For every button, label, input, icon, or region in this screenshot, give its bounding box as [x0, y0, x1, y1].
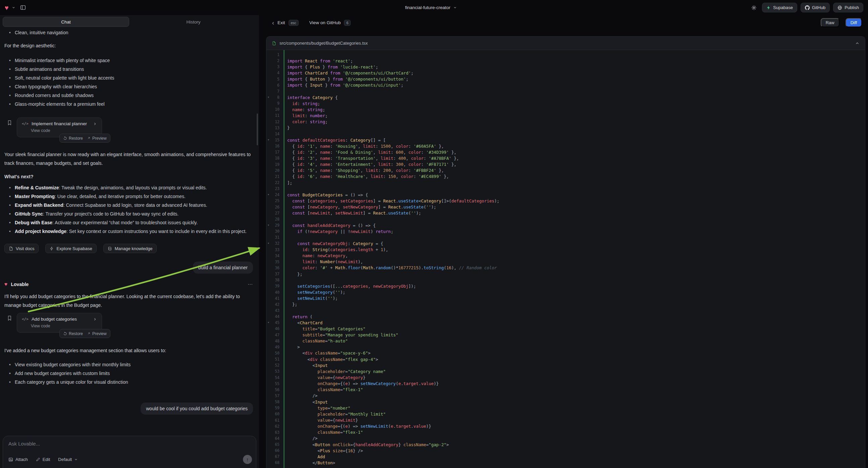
- view-on-github-link[interactable]: View on GitHub: [309, 20, 341, 25]
- preview-button[interactable]: Preview: [87, 331, 107, 336]
- restore-button[interactable]: Restore: [63, 136, 83, 141]
- code-text: <div className="flex gap-4">: [279, 357, 378, 362]
- code-line: 68 </Button>: [267, 460, 865, 466]
- manage-knowledge-button[interactable]: Manage knowledge: [103, 244, 157, 253]
- edit-card-implement-planner[interactable]: </> Implement financial planner View cod…: [17, 117, 102, 137]
- panel-toggle-icon[interactable]: [19, 3, 28, 12]
- code-line: 46 title="Budget Categories": [267, 326, 865, 332]
- line-number: 23: [271, 186, 279, 191]
- diff-toggle-button[interactable]: Diff: [845, 18, 862, 27]
- raw-toggle-button[interactable]: Raw: [821, 18, 839, 27]
- preview-button[interactable]: Preview: [87, 136, 107, 141]
- line-number: 33: [271, 247, 279, 252]
- tab-history[interactable]: History: [130, 17, 256, 27]
- code-line: 40 setNewCategory('');: [267, 289, 865, 295]
- github-icon: [805, 5, 810, 10]
- line-number: 64: [271, 436, 279, 441]
- tab-chat[interactable]: Chat: [3, 17, 129, 27]
- edit-mode-button[interactable]: Edit: [36, 457, 50, 462]
- line-number: 22: [271, 180, 279, 185]
- line-number: 18: [271, 156, 279, 160]
- message-menu-icon[interactable]: ⋯: [248, 281, 255, 287]
- file-header[interactable]: src/components/budget/BudgetCategories.t…: [267, 37, 865, 50]
- list-item: Master Prompting: Use clear, detailed, a…: [9, 192, 255, 201]
- view-code-link[interactable]: View code: [31, 324, 97, 328]
- external-link-icon: [87, 136, 91, 140]
- code-line: 3import { Plus } from 'lucide-react';: [267, 64, 865, 70]
- view-code-link[interactable]: View code: [31, 128, 97, 133]
- logo-chevron-down-icon[interactable]: [12, 6, 16, 9]
- code-text: limit: Number(newLimit),: [279, 259, 363, 264]
- esc-key-badge: esc: [288, 20, 299, 26]
- publish-button[interactable]: Publish: [833, 3, 863, 12]
- code-line: 57 />: [267, 393, 865, 399]
- code-text: <ChartCard: [279, 320, 322, 325]
- bookmark-icon[interactable]: [7, 120, 12, 137]
- edit-block-row: </> Implement financial planner View cod…: [4, 117, 255, 137]
- code-line: 64 />: [267, 435, 865, 441]
- code-text: setNewLimit('');: [279, 296, 338, 301]
- code-text: id: string;: [279, 101, 320, 106]
- line-number: 29: [271, 223, 279, 228]
- code-line: 28: [267, 216, 865, 222]
- exit-button[interactable]: Exit: [277, 20, 285, 25]
- code-line: 25 const [categories, setCategories] = R…: [267, 198, 865, 204]
- github-button[interactable]: GitHub: [801, 3, 830, 12]
- edit-card-title: Add budget categories: [32, 317, 77, 322]
- code-line: 20 { id: '5', name: 'Shopping', limit: 2…: [267, 168, 865, 174]
- chat-input[interactable]: [8, 441, 251, 452]
- explore-supabase-button[interactable]: Explore Supabase: [45, 244, 96, 253]
- code-line: 35 limit: Number(newLimit),: [267, 259, 865, 265]
- code-line: 66 <Plus size={16} />: [267, 447, 865, 454]
- project-switcher[interactable]: financial-future-creator: [405, 5, 457, 10]
- external-link-icon: [87, 332, 91, 335]
- line-number: 7: [271, 89, 279, 94]
- send-button[interactable]: ↑: [243, 455, 252, 464]
- fold-caret-icon[interactable]: ▾: [267, 242, 271, 245]
- edit-card-actions: Restore Preview: [59, 134, 111, 143]
- visit-docs-button[interactable]: Visit docs: [4, 244, 39, 253]
- back-chevron-icon[interactable]: ‹: [272, 20, 274, 26]
- code-text: className="flex-1": [279, 387, 363, 392]
- chevron-right-icon[interactable]: [93, 122, 97, 126]
- list-item: Subtle animations and transitions: [9, 65, 255, 74]
- assistant-paragraph: Your sleek financial planner is now read…: [4, 150, 255, 168]
- line-number: 14: [271, 131, 279, 136]
- restore-button[interactable]: Restore: [63, 331, 83, 336]
- code-line: 2import React from 'react';: [267, 58, 865, 64]
- code-topbar: ‹ Exit esc View on GitHub 6 Raw Diff: [266, 15, 868, 30]
- pencil-icon: [36, 457, 40, 462]
- code-editor[interactable]: 12import React from 'react';3import { Pl…: [267, 50, 865, 468]
- supabase-button[interactable]: Supabase: [762, 3, 797, 12]
- code-line: 44 return (: [267, 314, 865, 320]
- settings-gear-icon[interactable]: [749, 3, 758, 12]
- file-path: src/components/budget/BudgetCategories.t…: [279, 40, 368, 46]
- code-line: 36 color: '#' + Math.floor(Math.random()…: [267, 265, 865, 271]
- code-line: 22];: [267, 180, 865, 186]
- edit-card-actions: Restore Preview: [59, 329, 111, 338]
- collapse-chevron-up-icon[interactable]: [855, 41, 860, 46]
- image-icon: [8, 457, 13, 462]
- chat-scrollbar[interactable]: [257, 114, 258, 145]
- chevron-down-icon: [74, 458, 78, 461]
- fold-caret-icon[interactable]: ▾: [267, 194, 271, 196]
- code-line: 37 };: [267, 271, 865, 277]
- code-text: import React from 'react';: [279, 58, 353, 63]
- code-text: const newCategoryObj: Category = {: [279, 241, 383, 246]
- attach-button[interactable]: Attach: [8, 457, 28, 462]
- code-line: 49 >: [267, 344, 865, 350]
- edit-block-row: </> Add budget categories View code Rest…: [4, 313, 255, 333]
- bookmark-icon[interactable]: [7, 316, 12, 333]
- code-text: className="h-auto": [279, 339, 348, 344]
- model-selector[interactable]: Default: [58, 457, 78, 462]
- lovable-logo-heart-icon[interactable]: ♥: [5, 4, 9, 11]
- line-number: 51: [271, 357, 279, 361]
- fold-caret-icon[interactable]: ▾: [267, 139, 271, 141]
- fold-caret-icon[interactable]: ▾: [267, 321, 271, 324]
- code-text: id: String(categories.length + 1),: [279, 247, 388, 252]
- fold-caret-icon[interactable]: ▾: [267, 96, 271, 99]
- edit-card-add-budget-categories[interactable]: </> Add budget categories View code Rest…: [17, 313, 102, 333]
- fold-caret-icon[interactable]: ▾: [267, 224, 271, 227]
- chevron-right-icon[interactable]: [93, 317, 97, 321]
- line-number: 57: [271, 393, 279, 398]
